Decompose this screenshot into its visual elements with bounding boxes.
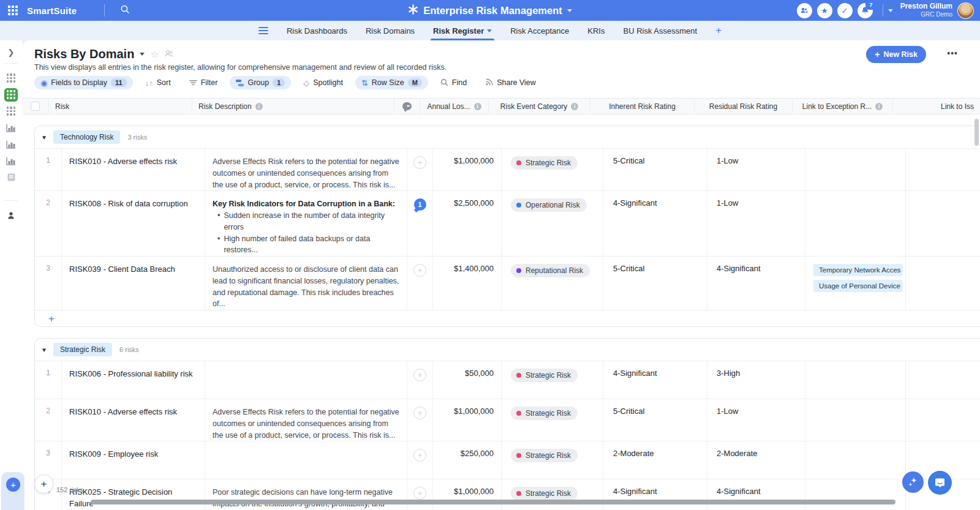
risk-title-cell[interactable]: RISK009 - Employee risk: [62, 441, 205, 479]
comment-count-bubble-icon[interactable]: 1: [414, 198, 426, 211]
annual-loss-cell[interactable]: $1,000,000: [433, 149, 502, 190]
residual-risk-rating-cell[interactable]: 2-Moderate: [707, 441, 805, 479]
sort-button[interactable]: ↓↑ Sort: [139, 76, 177, 89]
link-to-exception-cell[interactable]: [805, 441, 906, 479]
risk-event-category-cell[interactable]: Operational Risk: [502, 191, 603, 256]
sidebar-active-table-view-icon[interactable]: [4, 88, 18, 102]
solution-caret-icon[interactable]: [567, 9, 572, 12]
residual-risk-rating-cell[interactable]: 4-Significant: [707, 257, 805, 310]
tab-risk-register[interactable]: Risk Register: [433, 21, 492, 40]
add-solution-button[interactable]: +: [6, 478, 20, 492]
group-collapse-chevron-icon[interactable]: ▾: [42, 133, 46, 141]
support-chat-button[interactable]: [928, 471, 952, 495]
tab-risk-domains[interactable]: Risk Domains: [366, 21, 415, 40]
fields-to-display-button[interactable]: ◉ Fields to Display 11: [34, 76, 133, 89]
comment-cell[interactable]: +: [407, 399, 433, 441]
user-block[interactable]: Preston Gillum GRC Demo: [900, 2, 952, 18]
group-collapse-chevron-icon[interactable]: ▾: [42, 346, 46, 354]
tab-risk-acceptance[interactable]: Risk Acceptance: [510, 21, 569, 40]
inherent-risk-rating-cell[interactable]: 4-Significant: [603, 479, 707, 510]
residual-risk-rating-cell[interactable]: 1-Low: [707, 399, 805, 441]
user-avatar[interactable]: [957, 2, 974, 19]
link-to-issues-cell[interactable]: [906, 361, 980, 399]
vertical-scrollbar[interactable]: [974, 119, 979, 146]
annual-loss-cell[interactable]: $50,000: [433, 361, 502, 399]
group-name-pill[interactable]: Strategic Risk: [53, 343, 112, 356]
risk-description-cell[interactable]: Poor strategic decisions can have long-t…: [205, 479, 407, 510]
spotlight-button[interactable]: ◇ Spotlight: [297, 76, 349, 89]
column-header-link-to-exception[interactable]: Link to Exception R...i: [793, 99, 893, 114]
inherent-risk-rating-cell[interactable]: 4-Significant: [603, 361, 707, 399]
residual-risk-rating-cell[interactable]: 4-Significant: [707, 479, 805, 510]
sidebar-grid-view-icon-2[interactable]: [4, 105, 18, 118]
inherent-risk-rating-cell[interactable]: 5-Critical: [603, 149, 707, 190]
risk-event-category-cell[interactable]: Strategic Risk: [502, 149, 603, 190]
column-header-annual-loss[interactable]: Annual Los...i: [420, 99, 489, 114]
user-menu-caret-icon[interactable]: [888, 9, 893, 12]
tab-kris[interactable]: KRIs: [587, 21, 605, 40]
column-header-comments[interactable]: [394, 99, 420, 114]
add-record-button[interactable]: +: [34, 474, 53, 493]
add-comment-bubble-icon[interactable]: +: [413, 449, 426, 462]
risk-title-cell[interactable]: RISK025 - Strategic Decision Failure: [62, 479, 205, 510]
add-comment-bubble-icon[interactable]: +: [413, 407, 426, 419]
exception-link-pill[interactable]: Usage of Personal Device: [813, 280, 903, 292]
column-header-risk-description[interactable]: Risk Descriptioni: [192, 99, 394, 114]
residual-risk-rating-cell[interactable]: 3-High: [707, 361, 805, 399]
risk-description-cell[interactable]: [205, 361, 407, 399]
residual-risk-rating-cell[interactable]: 1-Low: [707, 191, 805, 256]
column-header-link-to-issues[interactable]: Link to Iss: [893, 99, 980, 114]
link-to-issues-cell[interactable]: [906, 257, 980, 310]
notifications-bell-icon[interactable]: 7: [858, 3, 873, 18]
link-to-exception-cell[interactable]: [805, 399, 906, 441]
comment-cell[interactable]: +: [407, 479, 433, 510]
new-risk-button[interactable]: +New Risk: [866, 46, 926, 63]
add-comment-bubble-icon[interactable]: +: [413, 156, 426, 169]
share-view-button[interactable]: Share View: [479, 76, 542, 89]
sidebar-chart-view-icon-1[interactable]: [4, 121, 18, 135]
comment-cell[interactable]: +: [407, 361, 433, 399]
risk-event-category-cell[interactable]: Reputational Risk: [502, 257, 603, 310]
risk-title-cell[interactable]: RISK008 - Risk of data corruption: [62, 191, 205, 256]
risk-title-cell[interactable]: RISK039 - Client Data Breach: [62, 257, 205, 310]
add-view-tab-button[interactable]: +: [715, 24, 722, 37]
favorites-star-icon[interactable]: ★: [817, 3, 832, 18]
risk-event-category-cell[interactable]: Strategic Risk: [502, 441, 603, 479]
horizontal-scrollbar[interactable]: [91, 500, 895, 504]
solution-title[interactable]: Enterprise Risk Management: [423, 5, 562, 17]
select-all-checkbox[interactable]: [31, 102, 40, 111]
add-comment-bubble-icon[interactable]: +: [413, 487, 426, 500]
sidebar-grid-view-icon[interactable]: [4, 72, 18, 85]
risk-description-cell[interactable]: Unauthorized access to or disclosure of …: [205, 257, 407, 310]
add-comment-bubble-icon[interactable]: +: [413, 264, 426, 277]
risk-description-cell[interactable]: Adverse Effects Risk refers to the poten…: [205, 399, 407, 441]
group-add-row[interactable]: +: [35, 310, 980, 326]
link-to-issues-cell[interactable]: [906, 149, 980, 190]
sidebar-chart-view-icon-3[interactable]: [4, 154, 18, 168]
search-icon[interactable]: [120, 4, 130, 17]
annual-loss-cell[interactable]: $250,000: [433, 441, 502, 479]
inherent-risk-rating-cell[interactable]: 5-Critical: [603, 257, 707, 310]
sidebar-member-icon[interactable]: [4, 209, 18, 222]
exception-link-pill[interactable]: Temporary Network Acces: [813, 264, 903, 276]
inherent-risk-rating-cell[interactable]: 2-Moderate: [603, 441, 707, 479]
risk-event-category-cell[interactable]: Strategic Risk: [502, 399, 603, 441]
risk-title-cell[interactable]: RISK010 - Adverse effects risk: [62, 149, 205, 190]
column-header-risk-event-category[interactable]: Risk Event Categoryi: [489, 99, 590, 114]
annual-loss-cell[interactable]: $2,500,000: [433, 191, 502, 256]
filter-button[interactable]: Filter: [183, 76, 224, 89]
tasks-check-icon[interactable]: ✓: [837, 3, 853, 18]
tab-risk-dashboards[interactable]: Risk Dashboards: [287, 21, 347, 40]
column-header-residual-risk-rating[interactable]: Residual Risk Rating: [695, 99, 793, 114]
risk-event-category-cell[interactable]: Strategic Risk: [502, 361, 603, 399]
view-title-caret-icon[interactable]: [140, 53, 145, 56]
more-options-button[interactable]: •••: [947, 48, 958, 58]
risk-event-category-cell[interactable]: Strategic Risk: [502, 479, 603, 510]
annual-loss-cell[interactable]: $1,000,000: [433, 479, 502, 510]
annual-loss-cell[interactable]: $1,400,000: [433, 257, 502, 310]
share-people-icon[interactable]: [164, 49, 174, 59]
sidebar-form-view-icon[interactable]: [4, 171, 18, 184]
find-button[interactable]: Find: [434, 76, 473, 90]
risk-description-cell[interactable]: Key Risk Indicators for Data Corruption …: [205, 191, 407, 256]
column-header-inherent-risk-rating[interactable]: Inherent Risk Rating: [590, 99, 695, 114]
